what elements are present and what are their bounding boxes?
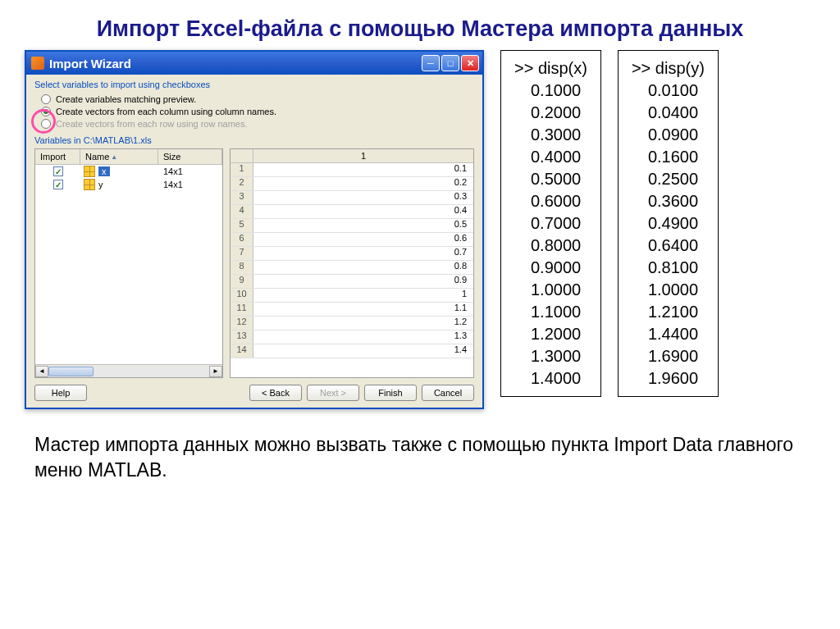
grid-row[interactable]: 141.4	[231, 344, 473, 358]
radio-icon	[41, 119, 51, 129]
disp-x-output: >> disp(x) 0.1000 0.2000 0.3000 0.4000 0…	[500, 50, 601, 397]
window-title: Import Wizard	[49, 57, 131, 71]
disp-value: 0.2500	[632, 168, 705, 190]
next-button: Next >	[307, 385, 359, 401]
disp-value: 1.0000	[632, 279, 705, 301]
titlebar[interactable]: Import Wizard ─ □ ✕	[26, 52, 482, 75]
variable-name: x	[98, 166, 110, 176]
disp-value: 0.8100	[632, 257, 705, 279]
disp-value: 1.9600	[632, 367, 705, 390]
disp-value: 0.3600	[632, 190, 705, 212]
variables-list: Import Name ▲ Size ✓ x 14x1	[34, 148, 223, 378]
disp-value: 1.2000	[514, 323, 587, 345]
back-button[interactable]: < Back	[249, 385, 302, 401]
col-header-import[interactable]: Import	[35, 149, 80, 164]
disp-value: 0.5000	[514, 168, 587, 190]
radio-label: Create vectors from each row using row n…	[56, 119, 248, 129]
grid-row[interactable]: 30.3	[231, 191, 473, 205]
disp-value: 1.2100	[632, 301, 705, 323]
scroll-right-icon[interactable]: ►	[209, 366, 222, 377]
disp-value: 0.7000	[514, 212, 587, 235]
radio-icon	[41, 107, 51, 116]
grid-row[interactable]: 111.1	[231, 303, 473, 317]
radio-label: Create vectors from each column using co…	[56, 107, 276, 116]
file-path-label: Variables in C:\MATLAB\1.xls	[34, 135, 474, 145]
grid-row[interactable]: 70.7	[231, 247, 473, 261]
disp-value: 0.4900	[632, 212, 705, 235]
radio-rows: Create vectors from each row using row n…	[41, 119, 474, 129]
col-header-name-label: Name	[85, 152, 109, 162]
disp-value: 1.1000	[514, 301, 587, 323]
disp-value: 0.0100	[632, 80, 705, 102]
variable-size: 14x1	[158, 180, 222, 189]
array-icon	[84, 166, 95, 177]
cancel-button[interactable]: Cancel	[422, 385, 474, 401]
disp-value: 1.4400	[632, 323, 705, 345]
variable-row[interactable]: ✓ x 14x1	[35, 165, 222, 178]
close-button[interactable]: ✕	[461, 55, 479, 71]
grid-row[interactable]: 80.8	[231, 261, 473, 275]
page-title: Импорт Excel-файла с помощью Мастера имп…	[0, 0, 840, 50]
disp-value: 0.6400	[632, 235, 705, 257]
array-icon	[84, 179, 95, 190]
disp-value: 1.0000	[514, 279, 587, 301]
checkbox-icon[interactable]: ✓	[53, 180, 63, 189]
variable-size: 14x1	[158, 166, 222, 176]
disp-value: 0.8000	[514, 235, 587, 257]
disp-value: 1.4000	[514, 367, 587, 390]
disp-value: 0.9000	[514, 257, 587, 279]
maximize-button[interactable]: □	[441, 55, 459, 71]
radio-icon	[41, 94, 51, 104]
horizontal-scrollbar[interactable]: ◄ ►	[35, 364, 222, 377]
help-button[interactable]: Help	[34, 385, 87, 401]
disp-value: 0.1600	[632, 146, 705, 168]
variable-row[interactable]: ✓ y 14x1	[35, 178, 222, 191]
radio-matching-preview[interactable]: Create variables matching preview.	[41, 94, 474, 104]
disp-value: 1.6900	[632, 345, 705, 367]
disp-value: 1.3000	[514, 345, 587, 367]
footer-note: Мастер импорта данных можно вызвать такж…	[0, 409, 840, 483]
sort-asc-icon: ▲	[111, 153, 117, 161]
scroll-left-icon[interactable]: ◄	[35, 366, 48, 377]
disp-command: >> disp(x)	[514, 57, 587, 80]
disp-value: 0.4000	[514, 146, 587, 168]
finish-button[interactable]: Finish	[364, 385, 417, 401]
grid-row[interactable]: 121.2	[231, 317, 473, 330]
import-wizard-window: Import Wizard ─ □ ✕ Select variables to …	[25, 50, 484, 409]
grid-row[interactable]: 40.4	[231, 205, 473, 219]
grid-row[interactable]: 50.5	[231, 219, 473, 233]
disp-command: >> disp(y)	[632, 57, 705, 80]
col-header-size[interactable]: Size	[158, 149, 222, 164]
radio-columns[interactable]: Create vectors from each column using co…	[41, 107, 474, 116]
grid-row[interactable]: 10.1	[231, 163, 473, 177]
grid-row[interactable]: 131.3	[231, 330, 473, 344]
disp-value: 0.2000	[514, 102, 587, 124]
disp-value: 0.1000	[514, 80, 587, 102]
minimize-button[interactable]: ─	[422, 55, 440, 71]
disp-value: 0.0400	[632, 102, 705, 124]
data-preview-grid: 1 10.1 20.2 30.3 40.4 50.5 60.6 70.7 80.…	[230, 148, 474, 378]
radio-label: Create variables matching preview.	[56, 94, 196, 104]
disp-value: 0.6000	[514, 190, 587, 212]
col-header-name[interactable]: Name ▲	[80, 149, 158, 164]
disp-value: 0.0900	[632, 124, 705, 146]
matlab-icon	[31, 57, 44, 70]
grid-column-header[interactable]: 1	[253, 149, 473, 162]
grid-row[interactable]: 20.2	[231, 177, 473, 191]
disp-y-output: >> disp(y) 0.0100 0.0400 0.0900 0.1600 0…	[618, 50, 719, 397]
checkbox-icon[interactable]: ✓	[53, 166, 63, 176]
grid-row[interactable]: 101	[231, 289, 473, 303]
instruction-text: Select variables to import using checkbo…	[34, 80, 474, 89]
disp-value: 0.3000	[514, 124, 587, 146]
variable-name: y	[98, 180, 103, 189]
scroll-thumb[interactable]	[48, 367, 94, 376]
grid-row[interactable]: 60.6	[231, 233, 473, 247]
grid-row[interactable]: 90.9	[231, 275, 473, 289]
